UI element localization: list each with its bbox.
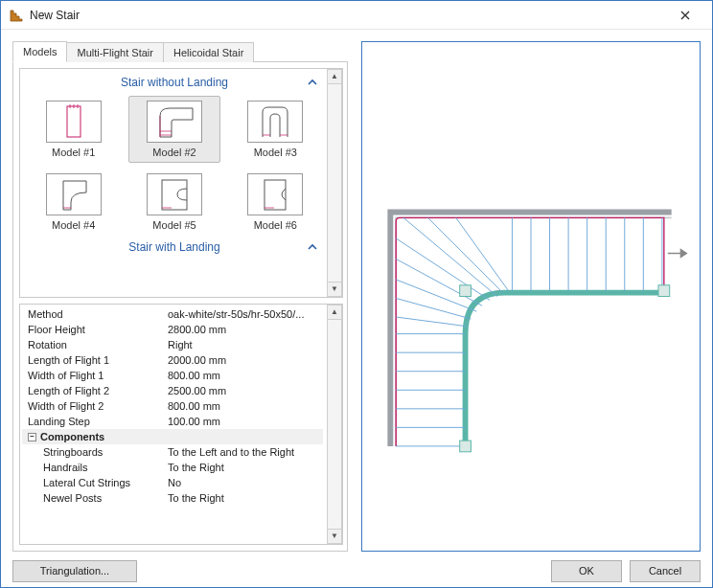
model-4-thumb (46, 173, 102, 215)
model-grid: Model #1 Model #2 (26, 92, 323, 237)
scroll-up-button[interactable]: ▲ (327, 305, 342, 320)
scroll-down-button[interactable]: ▼ (327, 529, 342, 544)
titlebar: New Stair (1, 1, 712, 30)
model-5[interactable]: Model #5 (128, 169, 219, 236)
prop-handrails[interactable]: HandrailsTo the Right (22, 460, 323, 475)
ok-button[interactable]: OK (551, 560, 622, 582)
arrow-up-icon: ▲ (331, 308, 338, 316)
svg-line-15 (403, 217, 497, 296)
dialog-footer: Triangulation... OK Cancel (12, 552, 701, 586)
tab-helicoidal[interactable]: Helicoidal Stair (164, 42, 254, 62)
model-2[interactable]: Model #2 (128, 96, 219, 163)
prop-newel-posts[interactable]: Newel PostsTo the Right (22, 490, 323, 506)
stair-preview-icon (362, 42, 700, 551)
model-6[interactable]: Model #6 (230, 169, 321, 236)
tab-multi-flight[interactable]: Multi-Flight Stair (67, 42, 163, 62)
arrow-down-icon: ▼ (331, 532, 338, 540)
tab-models[interactable]: Models (12, 41, 67, 62)
triangulation-button[interactable]: Triangulation... (12, 560, 137, 582)
prop-rotation[interactable]: RotationRight (22, 337, 323, 352)
svg-line-16 (427, 217, 502, 292)
scroll-track[interactable] (327, 84, 342, 282)
left-column: Models Multi-Flight Stair Helicoidal Sta… (12, 41, 348, 552)
svg-line-11 (396, 298, 471, 319)
tab-panel-models: Stair without Landing (12, 61, 348, 552)
chevron-up-icon[interactable] (308, 77, 317, 90)
model-2-thumb (147, 101, 202, 143)
tab-strip: Models Multi-Flight Stair Helicoidal Sta… (12, 41, 348, 62)
props-scrollbar[interactable]: ▲ ▼ (327, 305, 342, 544)
svg-rect-1 (162, 180, 187, 210)
arrow-up-icon: ▲ (331, 73, 338, 80)
model-5-label: Model #5 (152, 219, 196, 231)
model-scrollbar[interactable]: ▲ ▼ (327, 69, 342, 297)
model-4[interactable]: Model #4 (28, 169, 119, 236)
collapse-toggle-icon[interactable]: − (28, 433, 36, 441)
section-with-landing: Stair with Landing (26, 237, 323, 257)
close-button[interactable] (666, 1, 704, 30)
model-2-label: Model #2 (152, 147, 196, 158)
main-split: Models Multi-Flight Stair Helicoidal Sta… (12, 41, 701, 552)
prop-width-flight-1[interactable]: Width of Flight 1800.00 mm (22, 368, 323, 383)
prop-length-flight-1[interactable]: Length of Flight 12000.00 mm (22, 352, 323, 368)
svg-line-13 (396, 259, 482, 305)
model-1-label: Model #1 (52, 147, 95, 158)
prop-lateral-cut-strings[interactable]: Lateral Cut StringsNo (22, 475, 323, 490)
model-list: Stair without Landing (19, 68, 343, 298)
prop-landing-step[interactable]: Landing Step100.00 mm (22, 414, 323, 429)
scroll-up-button[interactable]: ▲ (327, 69, 342, 84)
preview-pane (361, 41, 701, 552)
svg-line-14 (396, 238, 490, 301)
model-3[interactable]: Model #3 (230, 96, 321, 163)
model-6-label: Model #6 (254, 219, 297, 231)
scroll-track[interactable] (327, 320, 342, 529)
section-without-landing: Stair without Landing (26, 73, 323, 92)
chevron-up-icon[interactable] (308, 241, 317, 255)
model-5-thumb (147, 173, 202, 215)
dialog-window: New Stair Models Multi-Flight Stair Heli… (0, 0, 713, 588)
prop-stringboards[interactable]: StringboardsTo the Left and to the Right (22, 444, 323, 460)
client-area: Models Multi-Flight Stair Helicoidal Sta… (1, 30, 712, 588)
cancel-button[interactable]: Cancel (630, 560, 701, 582)
prop-width-flight-2[interactable]: Width of Flight 2800.00 mm (22, 398, 323, 414)
prop-method[interactable]: Methodoak-white/str-50s/hr-50x50/... (22, 306, 323, 322)
model-3-thumb (247, 101, 303, 143)
prop-floor-height[interactable]: Floor Height2800.00 mm (22, 322, 323, 337)
dialog-title: New Stair (30, 9, 666, 22)
property-grid: Methodoak-white/str-50s/hr-50x50/... Flo… (19, 304, 343, 545)
prop-group-components[interactable]: − Components (22, 429, 323, 444)
model-1-thumb (46, 101, 102, 143)
svg-rect-2 (264, 180, 286, 210)
prop-length-flight-2[interactable]: Length of Flight 22500.00 mm (22, 383, 323, 398)
svg-rect-0 (67, 106, 80, 137)
scroll-down-button[interactable]: ▼ (327, 282, 342, 297)
svg-rect-28 (460, 285, 472, 297)
svg-rect-27 (460, 441, 472, 452)
model-3-label: Model #3 (254, 147, 297, 158)
model-6-thumb (247, 173, 303, 215)
svg-line-10 (396, 317, 467, 327)
app-icon (9, 8, 24, 23)
model-1[interactable]: Model #1 (28, 96, 119, 163)
svg-rect-29 (658, 285, 670, 297)
arrow-down-icon: ▼ (331, 285, 338, 293)
model-4-label: Model #4 (52, 219, 95, 231)
